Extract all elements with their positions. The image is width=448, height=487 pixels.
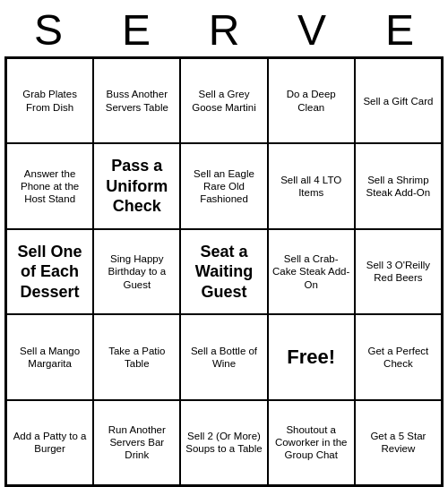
- bingo-title: S E R V E: [4, 0, 444, 56]
- cell-c16[interactable]: Sell a Mango Margarita: [6, 314, 93, 399]
- cell-c15[interactable]: Sell 3 O'Reilly Red Beers: [355, 229, 442, 314]
- cell-c21[interactable]: Add a Patty to a Burger: [6, 400, 93, 485]
- cell-c2[interactable]: Buss Another Servers Table: [93, 58, 180, 143]
- cell-c18[interactable]: Sell a Bottle of Wine: [180, 314, 267, 399]
- cell-c14[interactable]: Sell a Crab-Cake Steak Add-On: [268, 229, 355, 314]
- cell-c25[interactable]: Get a 5 Star Review: [355, 400, 442, 485]
- cell-c12[interactable]: Sing Happy Birthday to a Guest: [93, 229, 180, 314]
- cell-c11[interactable]: Sell One of Each Dessert: [6, 229, 93, 314]
- cell-c3[interactable]: Sell a Grey Goose Martini: [180, 58, 267, 143]
- cell-c6[interactable]: Answer the Phone at the Host Stand: [6, 143, 93, 228]
- cell-c23[interactable]: Sell 2 (Or More) Soups to a Table: [180, 400, 267, 485]
- bingo-grid: Grab Plates From DishBuss Another Server…: [4, 56, 444, 487]
- cell-c5[interactable]: Sell a Gift Card: [355, 58, 442, 143]
- cell-c4[interactable]: Do a Deep Clean: [268, 58, 355, 143]
- cell-c20[interactable]: Get a Perfect Check: [355, 314, 442, 399]
- title-letter-v: V: [271, 5, 352, 55]
- title-letter-e2: E: [359, 5, 440, 55]
- cell-c8[interactable]: Sell an Eagle Rare Old Fashioned: [180, 143, 267, 228]
- cell-c13[interactable]: Seat a Waiting Guest: [180, 229, 267, 314]
- title-letter-r: R: [184, 5, 264, 55]
- cell-c24[interactable]: Shoutout a Coworker in the Group Chat: [268, 400, 355, 485]
- title-letter-e: E: [96, 5, 177, 55]
- cell-c17[interactable]: Take a Patio Table: [93, 314, 180, 399]
- title-letter-s: S: [8, 5, 89, 55]
- cell-c9[interactable]: Sell all 4 LTO Items: [268, 143, 355, 228]
- cell-c22[interactable]: Run Another Servers Bar Drink: [93, 400, 180, 485]
- cell-c10[interactable]: Sell a Shrimp Steak Add-On: [355, 143, 442, 228]
- cell-c7[interactable]: Pass a Uniform Check: [93, 143, 180, 228]
- cell-c1[interactable]: Grab Plates From Dish: [6, 58, 93, 143]
- cell-c19[interactable]: Free!: [268, 314, 355, 399]
